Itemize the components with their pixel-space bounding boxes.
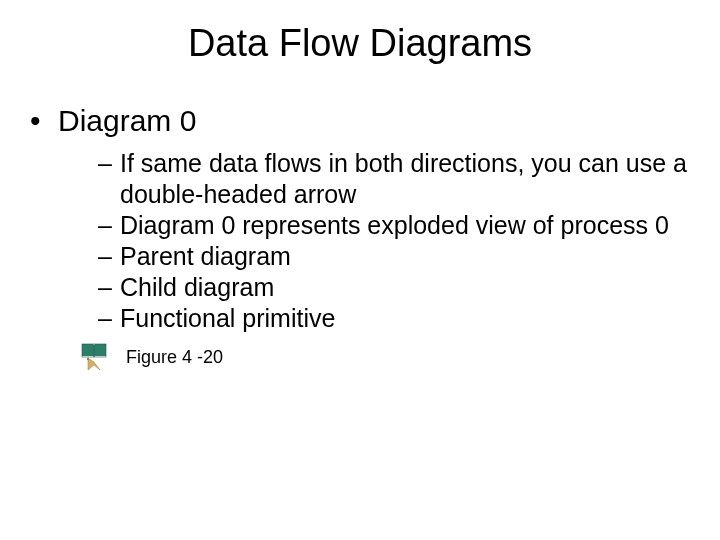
subbullet-double-arrow: If same data flows in both directions, y…	[98, 148, 690, 210]
bullet-diagram-0: Diagram 0	[30, 102, 690, 140]
book-pointer-icon	[80, 342, 108, 374]
figure-row: Figure 4 -20	[80, 342, 690, 374]
slide: Data Flow Diagrams Diagram 0 If same dat…	[0, 0, 720, 540]
subbullet-functional-primitive: Functional primitive	[98, 303, 690, 334]
figure-label: Figure 4 -20	[126, 347, 223, 368]
slide-body: Diagram 0 If same data flows in both dir…	[30, 102, 690, 374]
slide-title: Data Flow Diagrams	[0, 22, 720, 65]
subbullet-parent-diagram: Parent diagram	[98, 241, 690, 272]
subbullet-child-diagram: Child diagram	[98, 272, 690, 303]
svg-point-2	[87, 357, 89, 359]
sub-bullets: If same data flows in both directions, y…	[98, 148, 690, 334]
subbullet-exploded-view: Diagram 0 represents exploded view of pr…	[98, 210, 690, 241]
